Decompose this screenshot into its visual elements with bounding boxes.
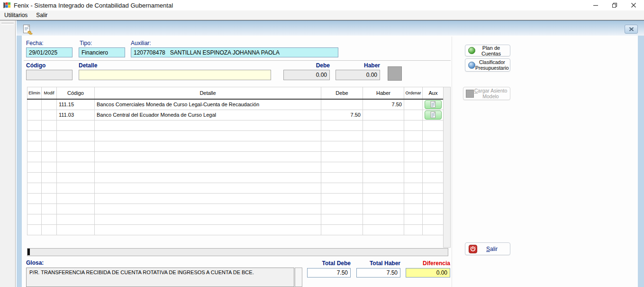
empty-cell — [423, 130, 444, 141]
asiento-window-header — [17, 20, 644, 36]
empty-cell — [423, 120, 444, 130]
entry-action-button[interactable] — [388, 66, 402, 81]
menu-item-salir[interactable]: Salir — [32, 11, 52, 19]
empty-cell — [42, 120, 57, 130]
empty-cell — [95, 130, 321, 141]
plan-de-cuentas-button[interactable]: Plan de Cuentas — [465, 45, 510, 56]
child-close-button[interactable] — [625, 25, 638, 34]
cell-debe[interactable]: 7.50 — [321, 110, 363, 120]
empty-cell — [57, 130, 95, 141]
empty-cell — [404, 183, 423, 193]
empty-cell — [423, 151, 444, 162]
close-icon — [631, 2, 636, 8]
grid-row[interactable]: 111.03Banco Central del Ecuador Moneda d… — [27, 110, 444, 120]
cell-modificar[interactable] — [42, 99, 57, 110]
restore-button[interactable] — [605, 0, 624, 10]
detalle-entry-input[interactable] — [79, 70, 271, 80]
empty-cell — [95, 193, 321, 204]
minimize-button[interactable] — [586, 0, 605, 10]
aux-row-button[interactable] — [425, 111, 442, 120]
close-button[interactable] — [624, 0, 643, 10]
cell-aux — [423, 99, 444, 110]
cell-debe[interactable] — [321, 99, 363, 110]
empty-cell — [95, 141, 321, 151]
document-icon — [430, 111, 436, 118]
empty-cell — [27, 120, 42, 130]
empty-cell — [42, 151, 57, 162]
codigo-label: Código — [26, 62, 45, 69]
cell-detalle[interactable]: Bancos Comerciales Moneda de Curso Legal… — [95, 99, 321, 110]
empty-cell — [95, 204, 321, 214]
panel-grip[interactable] — [1, 23, 14, 25]
journal-entry-icon — [22, 24, 33, 35]
empty-cell — [42, 183, 57, 193]
total-debe-label: Total Debe — [303, 260, 351, 267]
empty-cell — [321, 120, 363, 130]
glosa-scrollbar[interactable] — [295, 268, 302, 287]
window-title: Fenix - Sistema Integrado de Contabilida… — [14, 2, 173, 9]
plan-de-cuentas-label: Plan de Cuentas — [475, 45, 507, 56]
cell-haber[interactable] — [363, 110, 404, 120]
mdi-side-panel — [0, 20, 16, 287]
clasificador-presupuestario-button[interactable]: Clasificador Presupuestario — [465, 58, 510, 72]
cargar-asiento-modelo-button[interactable]: Cargar Asiento Modelo — [463, 87, 510, 100]
auxiliar-input[interactable]: 1207708478 SANTILLAN ESPINOZA JOHANNA PA… — [131, 47, 338, 57]
empty-cell — [321, 141, 363, 151]
panel-divider — [452, 37, 452, 287]
empty-cell — [363, 204, 404, 214]
empty-cell — [404, 120, 423, 130]
empty-cell — [95, 224, 321, 235]
codigo-entry-input[interactable] — [26, 70, 73, 80]
debe-label: Debe — [283, 62, 330, 69]
empty-cell — [363, 193, 404, 204]
empty-cell — [27, 162, 42, 172]
empty-cell — [321, 224, 363, 235]
cell-codigo[interactable]: 111.03 — [57, 110, 95, 120]
empty-cell — [95, 214, 321, 224]
menu-item-utilitarios[interactable]: Utilitarios — [0, 11, 32, 19]
cell-ordenar[interactable] — [404, 110, 423, 120]
empty-cell — [363, 183, 404, 193]
empty-cell — [404, 141, 423, 151]
salir-button[interactable]: Salir — [465, 242, 510, 255]
grid-header-row: EliminModifCódigoDetalleDebeHaberOrdenar… — [27, 87, 444, 100]
grid-row[interactable]: 111.15Bancos Comerciales Moneda de Curso… — [27, 99, 444, 110]
empty-cell — [57, 193, 95, 204]
grid-empty-row — [27, 141, 444, 151]
tipo-input[interactable]: Financiero — [79, 47, 125, 57]
cell-eliminar[interactable] — [27, 110, 42, 120]
grid-bottom-strip — [27, 248, 448, 256]
empty-cell — [42, 130, 57, 141]
empty-cell — [27, 214, 42, 224]
grid-empty-row — [27, 162, 444, 172]
empty-cell — [321, 172, 363, 183]
cell-modificar[interactable] — [42, 110, 57, 120]
empty-cell — [57, 183, 95, 193]
grid-empty-row — [27, 120, 444, 130]
cell-haber[interactable]: 7.50 — [363, 99, 404, 110]
empty-cell — [57, 172, 95, 183]
empty-cell — [42, 141, 57, 151]
cell-eliminar[interactable] — [27, 99, 42, 110]
empty-cell — [423, 141, 444, 151]
aux-row-button[interactable] — [425, 100, 442, 109]
haber-entry-input[interactable]: 0.00 — [336, 70, 380, 80]
empty-cell — [42, 214, 57, 224]
debe-entry-input[interactable]: 0.00 — [283, 70, 330, 80]
cell-codigo[interactable]: 111.15 — [57, 99, 95, 110]
cell-ordenar[interactable] — [404, 99, 423, 110]
empty-cell — [404, 193, 423, 204]
power-icon — [469, 245, 477, 253]
grid-vertical-scrollbar[interactable] — [443, 87, 451, 248]
empty-cell — [363, 162, 404, 172]
cell-detalle[interactable]: Banco Central del Ecuador Moneda de Curs… — [95, 110, 321, 120]
cargar-label-line1: Cargar Asiento — [474, 88, 507, 93]
glosa-textarea[interactable]: P/R. TRANSFERENCIA RECIBIDA DE CUENTA RO… — [26, 268, 294, 287]
empty-cell — [57, 162, 95, 172]
fecha-input[interactable]: 29/01/2025 — [26, 47, 73, 57]
empty-cell — [57, 224, 95, 235]
empty-cell — [27, 151, 42, 162]
tipo-label: Tipo: — [80, 40, 92, 46]
empty-cell — [423, 172, 444, 183]
empty-cell — [363, 141, 404, 151]
